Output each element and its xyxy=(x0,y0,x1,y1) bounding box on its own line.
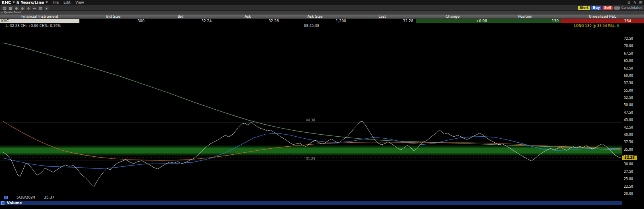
chart-plot-area[interactable]: 44.3831.23 xyxy=(0,23,622,201)
toolbar-dropdown-icon[interactable]: ▾ xyxy=(44,6,49,10)
y-tick: 30.00 xyxy=(624,162,633,166)
edit-chart-icon[interactable]: ✎ xyxy=(633,0,636,5)
alert-button[interactable]: Alert xyxy=(578,6,590,10)
y-tick: 70.00 xyxy=(624,44,633,48)
y-tick: 57.50 xyxy=(624,81,633,85)
y-tick: 62.50 xyxy=(624,67,633,70)
consolidated-label: Consolidated xyxy=(621,6,642,10)
timeframe-caret-icon: ▼ xyxy=(45,1,47,4)
menu-view[interactable]: View xyxy=(75,0,84,4)
y-tick: 22.50 xyxy=(624,185,633,189)
position-overlay: LONG 130 @ 33.54 P&L: 8 xyxy=(574,24,619,28)
y-tick: 20.00 xyxy=(624,192,633,196)
price-chart[interactable]: 44.3831.23 72.5070.0067.5065.0062.5060.0… xyxy=(0,23,644,201)
col-ask-size[interactable]: Ask Size xyxy=(281,14,349,19)
y-tick: 60.00 xyxy=(624,74,633,78)
y-tick: 42.50 xyxy=(624,126,633,129)
col-bid[interactable]: Bid xyxy=(147,14,214,19)
chart-clock: 08:45:38 xyxy=(304,24,319,28)
col-position[interactable]: Position xyxy=(489,14,561,19)
y-tick: 47.50 xyxy=(624,111,633,115)
indicator-icon[interactable]: ▥ xyxy=(38,6,43,10)
col-change[interactable]: Change xyxy=(416,14,489,19)
symbol-caret-icon: ▼ xyxy=(12,1,14,4)
col-financial-instrument[interactable]: Financial Instrument xyxy=(0,14,80,19)
layout-grid-icon[interactable]: ⊞ xyxy=(639,0,642,5)
menu-file[interactable]: File xyxy=(53,0,59,4)
cell-bid-size: 300 xyxy=(80,19,147,23)
col-unrealized-pnl[interactable]: Unrealized P&L xyxy=(561,14,644,19)
pan-tool-icon[interactable]: ↔ xyxy=(32,6,37,10)
collapse-icon[interactable]: ▾ xyxy=(1,11,2,14)
y-tick: 55.00 xyxy=(624,89,633,92)
volume-panel-icon xyxy=(1,201,4,205)
cell-bid[interactable]: 32.24 xyxy=(147,19,214,23)
menu-edit[interactable]: Edit xyxy=(64,0,70,4)
volume-label: Volume xyxy=(7,201,22,205)
cell-ask[interactable]: 32.28 xyxy=(214,19,281,23)
trading-workstation-window: KHC ▼ 5 Years/Line ▼ File Edit View ⚙ ✎ … xyxy=(0,0,644,209)
zoom-in-icon[interactable]: ⊕ xyxy=(14,6,19,10)
y-tick: 65.00 xyxy=(624,59,633,63)
col-last[interactable]: Last xyxy=(349,14,416,19)
y-tick: 37.50 xyxy=(624,140,633,144)
cell-change: +0.06 xyxy=(416,19,489,23)
consolidated-toggle[interactable] xyxy=(614,6,620,10)
chart-type-line-icon[interactable]: ▦ xyxy=(8,6,13,10)
last-price-badge: 32.28 xyxy=(622,156,637,160)
cell-symbol[interactable]: KHC xyxy=(0,19,80,23)
zoom-out-icon[interactable]: ⊖ xyxy=(20,6,25,10)
timeframe-selector[interactable]: 5 Years/Line xyxy=(17,0,44,5)
y-tick: 35.00 xyxy=(624,148,633,152)
crosshair-date: 5/28/2024 xyxy=(17,195,35,199)
position-pnl-value: 8 xyxy=(617,24,619,28)
level-label: 44.38 xyxy=(306,119,315,122)
quote-panel-header[interactable]: ▾ Quote Panel xyxy=(0,11,644,14)
chart-type-bars-icon[interactable]: ▤ xyxy=(2,6,7,10)
price-axis[interactable]: 72.5070.0067.5065.0062.5060.0057.5055.00… xyxy=(622,23,644,201)
level-label: 31.23 xyxy=(306,157,315,161)
cell-unrealized-pnl: -164 xyxy=(561,19,644,23)
y-tick: 25.00 xyxy=(624,177,633,181)
quote-table-header: Financial Instrument Bid Size Bid Ask As… xyxy=(0,14,644,19)
cell-ask-size: 1,200 xyxy=(281,19,349,23)
cell-position: 130 xyxy=(489,19,561,23)
y-tick: 27.50 xyxy=(624,170,633,174)
col-ask[interactable]: Ask xyxy=(214,14,281,19)
cell-last: 32.28 xyxy=(349,19,416,23)
settings-gear-icon[interactable]: ⚙ xyxy=(627,0,631,5)
y-tick: 72.50 xyxy=(624,37,633,41)
symbol-selector[interactable]: KHC xyxy=(2,0,11,5)
calendar-icon xyxy=(4,196,8,199)
crosshair-price: 35.37 xyxy=(44,195,54,199)
y-tick: 45.00 xyxy=(624,118,633,122)
quote-row-khc[interactable]: KHC 300 32.24 32.28 1,200 32.28 +0.06 13… xyxy=(0,19,644,23)
chart-legend: L: 32.28 CH: +0.06 CH%: 0.19% xyxy=(6,24,61,28)
crosshair-readout: 5/28/2024 35.37 xyxy=(4,195,54,199)
y-tick: 52.50 xyxy=(624,96,633,100)
volume-panel-header[interactable]: Volume xyxy=(0,201,622,205)
buy-button[interactable]: Buy xyxy=(591,6,601,10)
sell-button[interactable]: Sell xyxy=(603,6,613,10)
y-tick: 40.00 xyxy=(624,133,633,137)
crosshair-tool-icon[interactable]: ✛ xyxy=(26,6,31,10)
position-text: LONG 130 @ 33.54 P&L: xyxy=(574,24,616,28)
y-tick: 50.00 xyxy=(624,103,633,107)
series-long-term-ma xyxy=(3,43,621,150)
title-bar: KHC ▼ 5 Years/Line ▼ File Edit View ⚙ ✎ … xyxy=(0,0,644,5)
y-tick: 67.50 xyxy=(624,52,633,55)
quote-panel-title: Quote Panel xyxy=(4,11,21,14)
chart-toolbar: ▤ ▦ ⊕ ⊖ ✛ ↔ ▥ ▾ Alert Buy Sell Consolida… xyxy=(0,5,644,11)
col-bid-size[interactable]: Bid Size xyxy=(80,14,147,19)
